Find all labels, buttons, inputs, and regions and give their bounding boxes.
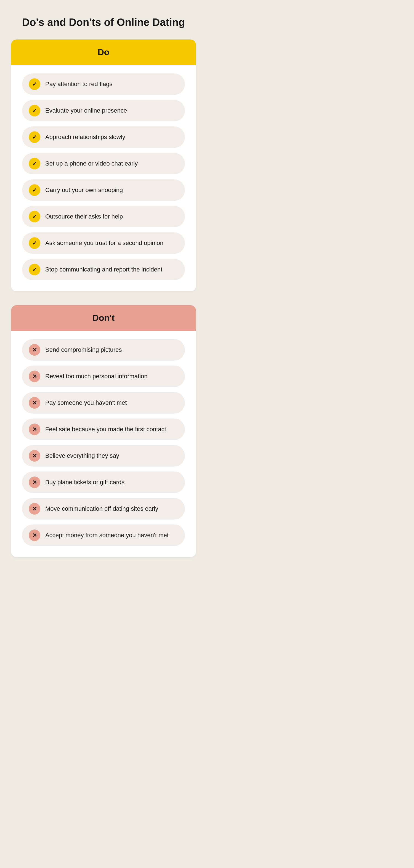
check-icon: ✓	[29, 237, 40, 249]
check-icon: ✓	[29, 158, 40, 169]
check-icon: ✓	[29, 264, 40, 275]
list-item: ✕ Reveal too much personal information	[22, 366, 185, 387]
list-item: ✓ Outsource their asks for help	[22, 206, 185, 227]
cross-icon: ✕	[29, 371, 40, 382]
cross-icon: ✕	[29, 397, 40, 409]
cross-icon: ✕	[29, 476, 40, 488]
check-icon: ✓	[29, 131, 40, 143]
item-text: Buy plane tickets or gift cards	[45, 479, 124, 486]
dont-section-header: Don't	[11, 305, 196, 331]
check-icon: ✓	[29, 79, 40, 90]
dont-section-body: ✕ Send compromising pictures ✕ Reveal to…	[11, 331, 196, 557]
do-section-header: Do	[11, 39, 196, 65]
check-icon: ✓	[29, 184, 40, 196]
cross-icon: ✕	[29, 503, 40, 515]
list-item: ✕ Move communication off dating sites ea…	[22, 498, 185, 520]
do-section-body: ✓ Pay attention to red flags ✓ Evaluate …	[11, 65, 196, 291]
item-text: Reveal too much personal information	[45, 373, 148, 380]
item-text: Set up a phone or video chat early	[45, 160, 138, 167]
list-item: ✕ Buy plane tickets or gift cards	[22, 471, 185, 493]
list-item: ✕ Believe everything they say	[22, 445, 185, 467]
list-item: ✓ Set up a phone or video chat early	[22, 153, 185, 174]
list-item: ✓ Evaluate your online presence	[22, 100, 185, 121]
item-text: Move communication off dating sites earl…	[45, 505, 158, 513]
item-text: Send compromising pictures	[45, 346, 122, 353]
list-item: ✕ Pay someone you haven't met	[22, 392, 185, 413]
list-item: ✓ Approach relationships slowly	[22, 126, 185, 148]
list-item: ✓ Stop communicating and report the inci…	[22, 259, 185, 280]
cross-icon: ✕	[29, 450, 40, 462]
page-title: Do's and Don'ts of Online Dating	[22, 17, 185, 28]
cross-icon: ✕	[29, 424, 40, 435]
list-item: ✓ Ask someone you trust for a second opi…	[22, 232, 185, 254]
item-text: Evaluate your online presence	[45, 107, 127, 114]
check-icon: ✓	[29, 105, 40, 117]
list-item: ✕ Feel safe because you made the first c…	[22, 418, 185, 440]
cross-icon: ✕	[29, 529, 40, 541]
item-text: Believe everything they say	[45, 452, 119, 459]
item-text: Feel safe because you made the first con…	[45, 426, 166, 433]
item-text: Outsource their asks for help	[45, 213, 123, 220]
item-text: Carry out your own snooping	[45, 187, 123, 194]
list-item: ✕ Send compromising pictures	[22, 339, 185, 361]
check-icon: ✓	[29, 211, 40, 222]
cross-icon: ✕	[29, 344, 40, 355]
item-text: Stop communicating and report the incide…	[45, 266, 162, 273]
item-text: Pay someone you haven't met	[45, 399, 127, 406]
dont-section: Don't ✕ Send compromising pictures ✕ Rev…	[11, 305, 196, 557]
do-section: Do ✓ Pay attention to red flags ✓ Evalua…	[11, 39, 196, 291]
item-text: Approach relationships slowly	[45, 133, 125, 141]
item-text: Pay attention to red flags	[45, 81, 112, 88]
list-item: ✕ Accept money from someone you haven't …	[22, 525, 185, 546]
item-text: Accept money from someone you haven't me…	[45, 532, 169, 539]
list-item: ✓ Carry out your own snooping	[22, 179, 185, 201]
list-item: ✓ Pay attention to red flags	[22, 73, 185, 95]
item-text: Ask someone you trust for a second opini…	[45, 240, 164, 247]
